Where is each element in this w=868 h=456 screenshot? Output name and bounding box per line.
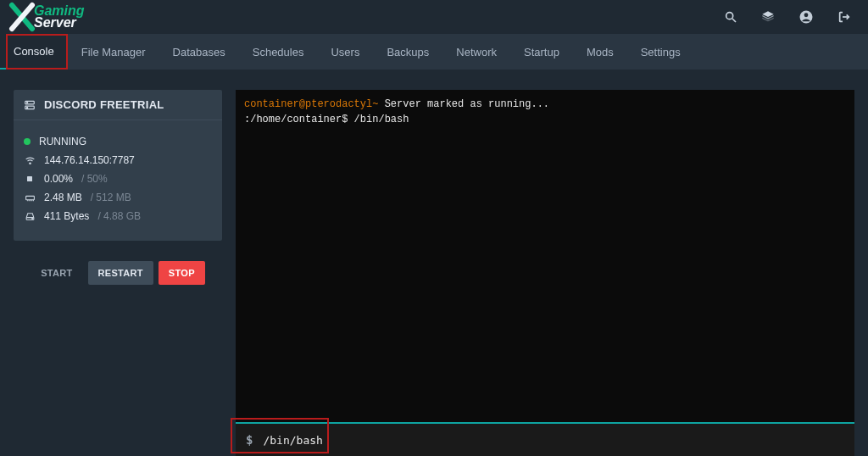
address-text: 144.76.14.150:7787 xyxy=(44,154,135,166)
logo[interactable]: Gaming Server xyxy=(7,2,85,32)
memory-icon xyxy=(24,192,36,203)
svg-point-0 xyxy=(726,13,733,19)
prompt-symbol: $ xyxy=(246,433,253,447)
address-row: 144.76.14.150:7787 xyxy=(24,154,212,166)
mem-max: / 512 MB xyxy=(91,192,131,203)
svg-rect-11 xyxy=(25,196,34,199)
cpu-row: 0.00% / 50% xyxy=(24,173,212,185)
sidebar: DISCORD FREETRIAL RUNNING 144.76.14.150:… xyxy=(14,90,222,456)
stop-button[interactable]: STOP xyxy=(159,261,205,285)
console-area: container@pterodactyl~ Server marked as … xyxy=(236,90,854,456)
nav-tabs: Console File Manager Databases Schedules… xyxy=(0,34,868,70)
status-row: RUNNING xyxy=(24,136,212,147)
cpu-max: / 50% xyxy=(81,173,108,185)
tab-databases[interactable]: Databases xyxy=(159,34,239,70)
disk-icon xyxy=(24,210,36,222)
disk-row: 411 Bytes / 4.88 GB xyxy=(24,210,212,222)
tab-mods[interactable]: Mods xyxy=(573,34,627,70)
status-text: RUNNING xyxy=(39,136,86,147)
svg-point-3 xyxy=(804,13,809,17)
mem-row: 2.48 MB / 512 MB xyxy=(24,192,212,203)
command-input[interactable] xyxy=(261,433,844,448)
svg-point-8 xyxy=(27,107,28,108)
power-buttons: START RESTART STOP xyxy=(14,261,222,285)
logo-text: Gaming Server xyxy=(34,5,85,29)
console-line: :/home/container$ /bin/bash xyxy=(244,112,846,127)
svg-line-1 xyxy=(732,19,736,22)
disk-max: / 4.88 GB xyxy=(97,210,141,222)
tab-schedules[interactable]: Schedules xyxy=(239,34,318,70)
tab-backups[interactable]: Backups xyxy=(373,34,442,70)
svg-point-17 xyxy=(31,218,32,219)
restart-button[interactable]: RESTART xyxy=(88,261,153,285)
layers-icon[interactable] xyxy=(761,10,775,24)
server-panel-body: RUNNING 144.76.14.150:7787 0.00% / 50% xyxy=(14,120,222,241)
tab-startup[interactable]: Startup xyxy=(510,34,573,70)
console-text: Server marked as running... xyxy=(385,98,549,110)
tab-network[interactable]: Network xyxy=(442,34,510,70)
svg-point-9 xyxy=(29,162,31,164)
tab-file-manager[interactable]: File Manager xyxy=(68,34,159,70)
mem-value: 2.48 MB xyxy=(44,192,82,203)
server-panel: DISCORD FREETRIAL RUNNING 144.76.14.150:… xyxy=(14,90,222,241)
cpu-value: 0.00% xyxy=(44,173,73,185)
start-button[interactable]: START xyxy=(31,261,82,285)
logout-icon[interactable] xyxy=(837,10,851,24)
account-icon[interactable] xyxy=(798,9,814,25)
logo-line2: Server xyxy=(34,17,85,29)
top-icons xyxy=(724,9,851,25)
server-panel-header: DISCORD FREETRIAL xyxy=(14,90,222,120)
tab-settings[interactable]: Settings xyxy=(627,34,694,70)
wifi-icon xyxy=(24,154,36,166)
svg-point-7 xyxy=(27,102,28,103)
disk-value: 411 Bytes xyxy=(44,210,89,222)
command-bar: $ xyxy=(236,422,854,456)
tab-users[interactable]: Users xyxy=(317,34,373,70)
server-icon xyxy=(24,99,36,111)
server-name: DISCORD FREETRIAL xyxy=(44,98,164,111)
status-dot-icon xyxy=(24,138,31,145)
console-prompt: container@pterodactyl~ xyxy=(244,98,385,110)
cpu-icon xyxy=(24,173,36,185)
top-bar: Gaming Server xyxy=(0,0,868,34)
svg-rect-10 xyxy=(27,176,32,181)
search-icon[interactable] xyxy=(724,10,737,24)
console-output[interactable]: container@pterodactyl~ Server marked as … xyxy=(236,90,854,422)
main: DISCORD FREETRIAL RUNNING 144.76.14.150:… xyxy=(0,70,868,456)
logo-x-icon xyxy=(7,2,37,32)
tab-console[interactable]: Console xyxy=(0,34,68,70)
console-line: container@pterodactyl~ Server marked as … xyxy=(244,97,846,112)
